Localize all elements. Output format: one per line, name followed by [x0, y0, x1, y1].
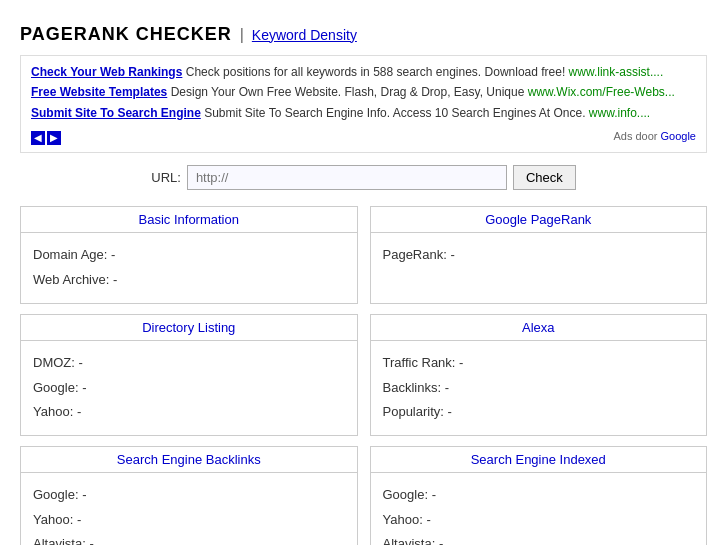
header-divider: | [240, 26, 244, 44]
backlinks-yahoo-field: Yahoo: - [33, 508, 345, 533]
ads-section: Check Your Web Rankings Check positions … [20, 55, 707, 153]
search-engine-indexed-body: Google: - Yahoo: - Altavista: - [371, 473, 707, 545]
basic-info-body: Domain Age: - Web Archive: - [21, 233, 357, 303]
directory-google-field: Google: - [33, 376, 345, 401]
search-engine-backlinks-box: Search Engine Backlinks Google: - Yahoo:… [20, 446, 358, 545]
ad-nav-arrows[interactable]: ◀ ▶ [31, 131, 61, 145]
search-engine-backlinks-header: Search Engine Backlinks [21, 447, 357, 473]
alexa-body: Traffic Rank: - Backlinks: - Popularity:… [371, 341, 707, 435]
google-pagerank-box: Google PageRank PageRank: - [370, 206, 708, 304]
row-directory-alexa: Directory Listing DMOZ: - Google: - Yaho… [20, 314, 707, 436]
search-engine-backlinks-body: Google: - Yahoo: - Altavista: - [21, 473, 357, 545]
dmoz-field: DMOZ: - [33, 351, 345, 376]
directory-listing-box: Directory Listing DMOZ: - Google: - Yaho… [20, 314, 358, 436]
google-brand: Google [661, 130, 696, 142]
pagerank-field: PageRank: - [383, 243, 695, 268]
ad2-link[interactable]: Free Website Templates [31, 85, 167, 99]
row-basic-pagerank: Basic Information Domain Age: - Web Arch… [20, 206, 707, 304]
backlinks-field: Backlinks: - [383, 376, 695, 401]
indexed-altavista-field: Altavista: - [383, 532, 695, 545]
basic-info-header: Basic Information [21, 207, 357, 233]
ad3-link[interactable]: Submit Site To Search Engine [31, 106, 201, 120]
ads-footer: Ads door Google [613, 127, 696, 146]
directory-listing-header: Directory Listing [21, 315, 357, 341]
ad2-url: www.Wix.com/Free-Webs... [528, 85, 675, 99]
alexa-header: Alexa [371, 315, 707, 341]
directory-yahoo-field: Yahoo: - [33, 400, 345, 425]
ad-row-2: Free Website Templates Design Your Own F… [31, 82, 696, 102]
page-header: PAGERANK CHECKER | Keyword Density [20, 24, 707, 45]
ad3-url: www.info.... [589, 106, 650, 120]
alexa-box: Alexa Traffic Rank: - Backlinks: - Popul… [370, 314, 708, 436]
domain-age-field: Domain Age: - [33, 243, 345, 268]
url-label: URL: [151, 170, 181, 185]
check-button[interactable]: Check [513, 165, 576, 190]
backlinks-google-field: Google: - [33, 483, 345, 508]
backlinks-altavista-field: Altavista: - [33, 532, 345, 545]
popularity-field: Popularity: - [383, 400, 695, 425]
page-title: PAGERANK CHECKER [20, 24, 232, 45]
traffic-rank-field: Traffic Rank: - [383, 351, 695, 376]
prev-arrow[interactable]: ◀ [31, 131, 45, 145]
next-arrow[interactable]: ▶ [47, 131, 61, 145]
url-bar: URL: Check [20, 165, 707, 190]
web-archive-field: Web Archive: - [33, 268, 345, 293]
search-engine-indexed-box: Search Engine Indexed Google: - Yahoo: -… [370, 446, 708, 545]
keyword-density-link[interactable]: Keyword Density [252, 27, 357, 43]
basic-info-box: Basic Information Domain Age: - Web Arch… [20, 206, 358, 304]
url-input[interactable] [187, 165, 507, 190]
google-pagerank-body: PageRank: - [371, 233, 707, 303]
directory-listing-body: DMOZ: - Google: - Yahoo: - [21, 341, 357, 435]
search-engine-indexed-header: Search Engine Indexed [371, 447, 707, 473]
indexed-google-field: Google: - [383, 483, 695, 508]
indexed-yahoo-field: Yahoo: - [383, 508, 695, 533]
google-pagerank-header: Google PageRank [371, 207, 707, 233]
ad1-url: www.link-assist.... [569, 65, 664, 79]
ad-row-3: Submit Site To Search Engine Submit Site… [31, 103, 696, 123]
ad1-link[interactable]: Check Your Web Rankings [31, 65, 182, 79]
row-backlinks-indexed: Search Engine Backlinks Google: - Yahoo:… [20, 446, 707, 545]
ad-row-1: Check Your Web Rankings Check positions … [31, 62, 696, 82]
